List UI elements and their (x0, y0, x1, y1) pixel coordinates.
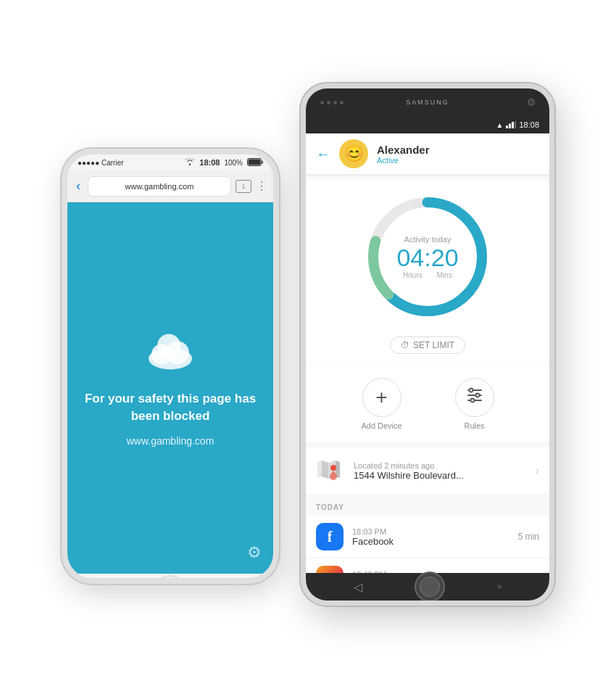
clock-icon: ⏱ (401, 340, 409, 350)
iphone-home-area (67, 574, 273, 584)
phones-container: ●●●●● Carrier 18:08 100% (11, 11, 605, 678)
svg-point-19 (330, 465, 336, 471)
speaker-dot-2 (327, 101, 330, 104)
android-home-button[interactable] (415, 572, 445, 602)
iphone-status-bar: ●●●●● Carrier 18:08 100% (67, 154, 273, 170)
android-status-bar: ▲ 18:08 (306, 116, 549, 133)
android-front-camera (528, 99, 535, 106)
avatar-emoji: 😊 (344, 144, 364, 163)
android-home-inner (420, 577, 440, 597)
android-back-nav-button[interactable]: ◁ (354, 580, 362, 594)
rules-label: Rules (464, 421, 484, 430)
samsung-label: SAMSUNG (406, 99, 449, 106)
svg-rect-7 (509, 124, 511, 129)
facebook-duration: 5 min (518, 532, 539, 542)
app-activity-second[interactable]: 17:42 PM ... 20 min (306, 558, 549, 573)
hours-label: Hours (403, 271, 423, 279)
settings-gear-icon[interactable]: ⚙ (247, 543, 262, 562)
iphone-tab-button[interactable]: 1 (236, 180, 251, 193)
facebook-app-icon: f (316, 523, 344, 550)
activity-label: Activity today (396, 235, 458, 244)
location-info: Located 2 minutes ago 1544 Wilshire Boul… (354, 461, 527, 481)
rules-action: Rules (455, 378, 494, 430)
iphone-volume-up-button (62, 227, 62, 253)
iphone-home-button[interactable] (154, 575, 187, 584)
iphone-time: 18:08 (199, 158, 220, 167)
iphone-battery-icon (247, 158, 263, 168)
android-time: 18:08 (519, 120, 539, 129)
android-screen: ← 😊 Alexander Active (306, 133, 549, 573)
android-wifi-icon: ▲ (496, 121, 504, 129)
iphone-browser-bar: ‹ www.gambling.com 1 ⋮ (67, 170, 273, 202)
set-limit-button[interactable]: ⏱ SET LIMIT (390, 337, 465, 354)
android-bottom-bar: ◁ ▫ (306, 573, 549, 601)
activity-time-labels: Hours Mins (396, 271, 458, 279)
add-device-label: Add Device (361, 421, 401, 430)
android-volume-button (301, 183, 301, 226)
user-info: Alexander Active (377, 144, 430, 165)
iphone-battery: 100% (224, 159, 243, 167)
activity-hours: 04 (396, 244, 424, 271)
activity-ring-container: Activity today 04:20 Hours Mins (362, 191, 493, 322)
blocked-message: For your safety this page has been block… (82, 390, 259, 425)
svg-rect-6 (506, 125, 508, 128)
android-app-header: ← 😊 Alexander Active (306, 133, 549, 174)
add-device-button[interactable]: + (362, 378, 401, 417)
speaker-dot-1 (320, 101, 324, 104)
activity-ring-center: Activity today 04:20 Hours Mins (396, 235, 458, 279)
blocked-url: www.gambling.com (127, 435, 215, 447)
android-recents-button[interactable]: ▫ (497, 580, 501, 593)
iphone-url-bar[interactable]: www.gambling.com (88, 176, 231, 197)
user-name: Alexander (377, 144, 430, 156)
location-chevron-icon: › (536, 464, 539, 477)
android-status-icons: ▲ 18:08 (496, 118, 539, 131)
add-device-plus-icon: + (375, 386, 387, 409)
location-address: 1544 Wilshire Boulevard... (354, 470, 527, 481)
today-section: TODAY (306, 494, 549, 516)
svg-point-18 (470, 399, 474, 403)
second-app-icon (316, 566, 344, 573)
activity-time: 04:20 (396, 244, 458, 271)
speaker-dot-4 (340, 101, 344, 104)
iphone-menu-button[interactable]: ⋮ (256, 179, 267, 193)
android-speaker (320, 101, 344, 104)
iphone-body: ●●●●● Carrier 18:08 100% (62, 149, 279, 584)
iphone-blocked-content: For your safety this page has been block… (67, 202, 273, 574)
iphone-back-button[interactable]: ‹ (73, 178, 83, 194)
android-top-hardware: SAMSUNG (306, 88, 549, 116)
user-avatar: 😊 (339, 139, 368, 168)
location-time-ago: Located 2 minutes ago (354, 461, 527, 470)
facebook-time: 18:03 PM (352, 527, 509, 536)
iphone-power-button (278, 242, 279, 278)
today-label: TODAY (316, 503, 344, 511)
iphone-wrapper: ●●●●● Carrier 18:08 100% (62, 149, 279, 584)
facebook-app-name: Facebook (352, 536, 509, 547)
cloud-icon (141, 329, 199, 376)
rules-sliders-icon (465, 387, 484, 408)
android-wrapper: SAMSUNG ▲ 18:08 (301, 83, 554, 606)
iphone-wifi-icon (185, 158, 195, 167)
set-limit-label: SET LIMIT (413, 340, 454, 350)
iphone-home-inner (159, 580, 182, 584)
android-back-button[interactable]: ← (316, 146, 330, 162)
activity-section: Activity today 04:20 Hours Mins ⏱ (306, 180, 549, 366)
android-signal-bars (506, 118, 516, 131)
rules-button[interactable] (455, 378, 494, 417)
android-body: SAMSUNG ▲ 18:08 (301, 83, 554, 606)
iphone-url-text: www.gambling.com (125, 182, 194, 191)
location-card[interactable]: Located 2 minutes ago 1544 Wilshire Boul… (306, 447, 549, 494)
mins-label: Mins (437, 271, 452, 279)
speaker-dot-3 (333, 101, 337, 104)
android-power-button (554, 190, 554, 226)
svg-point-14 (469, 389, 473, 392)
app-activity-facebook[interactable]: f 18:03 PM Facebook 5 min (306, 516, 549, 558)
map-icon (316, 456, 345, 485)
add-device-action: + Add Device (361, 378, 401, 430)
svg-rect-9 (515, 121, 516, 128)
iphone-tab-number: 1 (241, 183, 245, 190)
svg-rect-1 (249, 159, 261, 165)
iphone-mute-button (62, 209, 62, 223)
android-actions: + Add Device (306, 366, 549, 442)
svg-rect-8 (512, 122, 514, 128)
iphone-volume-down-button (62, 260, 62, 286)
